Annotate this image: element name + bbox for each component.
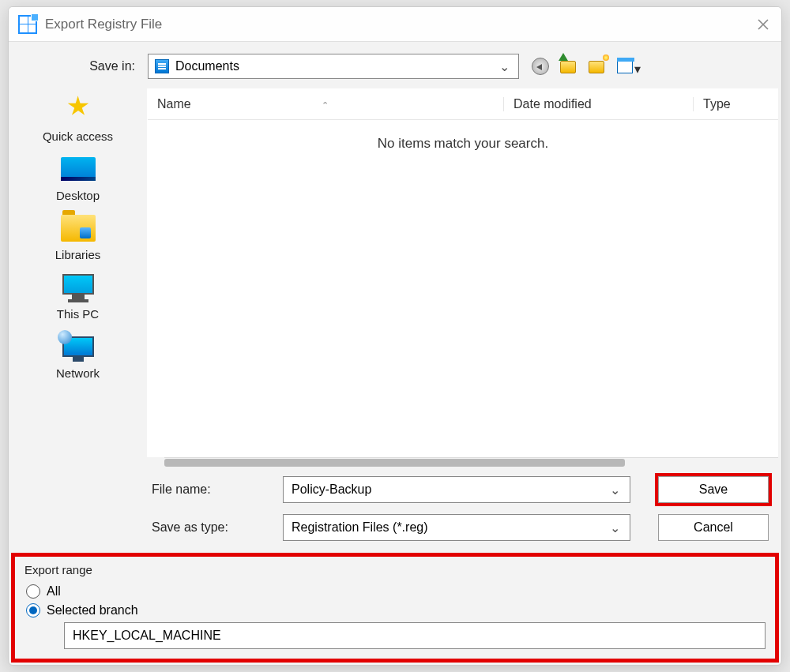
up-one-level-button[interactable] — [560, 58, 577, 75]
column-header-date-modified[interactable]: Date modified — [503, 97, 693, 111]
radio-selected-branch[interactable]: Selected branch — [26, 603, 766, 618]
content-pane: Name ⌃ Date modified Type No items match… — [147, 88, 781, 552]
back-button[interactable] — [532, 58, 549, 75]
radio-all-label: All — [47, 584, 61, 599]
sidebar-item-this-pc[interactable]: This PC — [9, 272, 147, 321]
sidebar-item-libraries[interactable]: Libraries — [9, 213, 147, 261]
chevron-down-icon: ⌄ — [496, 59, 512, 74]
radio-selected-branch-label: Selected branch — [47, 603, 138, 618]
file-name-input[interactable] — [292, 482, 608, 497]
main-area: Quick access Desktop Libraries This PC N… — [9, 88, 781, 552]
close-icon — [758, 19, 769, 30]
save-in-value: Documents — [175, 59, 239, 73]
radio-all[interactable]: All — [26, 584, 766, 599]
close-button[interactable] — [745, 7, 781, 42]
libraries-icon — [61, 215, 96, 242]
sidebar-item-label: Network — [56, 366, 100, 380]
column-headers: Name ⌃ Date modified Type — [148, 88, 778, 120]
save-in-label: Save in: — [24, 59, 135, 73]
export-registry-dialog: Export Registry File Save in: Documents … — [8, 6, 782, 666]
dialog-title: Export Registry File — [45, 17, 162, 32]
selected-branch-input-wrapper[interactable] — [64, 622, 766, 649]
save-button[interactable]: Save — [658, 476, 769, 503]
desktop-icon — [61, 157, 96, 181]
regedit-icon — [18, 15, 37, 34]
file-name-combobox[interactable]: ⌄ — [283, 476, 630, 503]
export-range-group: Export range All Selected branch — [15, 557, 775, 659]
save-as-type-value: Registration Files (*.reg) — [292, 520, 428, 535]
view-menu-button[interactable]: ▾ — [617, 57, 642, 77]
selected-branch-input[interactable] — [73, 629, 757, 643]
sidebar-item-label: Quick access — [43, 130, 113, 143]
sidebar-item-network[interactable]: Network — [9, 332, 147, 380]
empty-list-message: No items match your search. — [148, 120, 778, 167]
places-bar: Quick access Desktop Libraries This PC N… — [9, 88, 147, 552]
caret-down-icon: ▾ — [634, 62, 642, 77]
sidebar-item-label: Libraries — [55, 248, 101, 261]
titlebar: Export Registry File — [9, 7, 781, 42]
new-folder-button[interactable] — [589, 58, 606, 75]
radio-icon — [26, 603, 40, 618]
cancel-button[interactable]: Cancel — [658, 514, 769, 541]
radio-icon — [26, 584, 40, 599]
save-as-type-label: Save as type: — [147, 520, 273, 535]
sidebar-item-label: This PC — [57, 307, 99, 321]
column-header-type[interactable]: Type — [693, 97, 778, 111]
export-range-legend: Export range — [24, 563, 766, 576]
file-list[interactable]: Name ⌃ Date modified Type No items match… — [147, 88, 778, 457]
sidebar-item-desktop[interactable]: Desktop — [9, 154, 147, 202]
monitor-icon — [62, 274, 94, 295]
column-header-name[interactable]: Name ⌃ — [148, 97, 503, 111]
sort-indicator-icon: ⌃ — [322, 100, 329, 111]
save-as-type-dropdown[interactable]: Registration Files (*.reg) ⌄ — [283, 514, 630, 541]
chevron-down-icon[interactable]: ⌄ — [608, 520, 622, 535]
network-icon — [62, 336, 94, 357]
documents-icon — [155, 59, 169, 73]
horizontal-scrollbar[interactable] — [164, 457, 778, 467]
chevron-down-icon[interactable]: ⌄ — [608, 482, 622, 497]
file-name-label: File name: — [147, 482, 273, 497]
star-icon — [67, 97, 88, 115]
sidebar-item-quick-access[interactable]: Quick access — [9, 95, 147, 143]
sidebar-item-label: Desktop — [56, 189, 100, 202]
form-section: File name: ⌄ Save Save as type: Registra… — [147, 468, 778, 552]
save-in-row: Save in: Documents ⌄ ▾ — [9, 42, 781, 88]
nav-toolbar: ▾ — [532, 57, 642, 77]
save-in-dropdown[interactable]: Documents ⌄ — [148, 54, 519, 79]
